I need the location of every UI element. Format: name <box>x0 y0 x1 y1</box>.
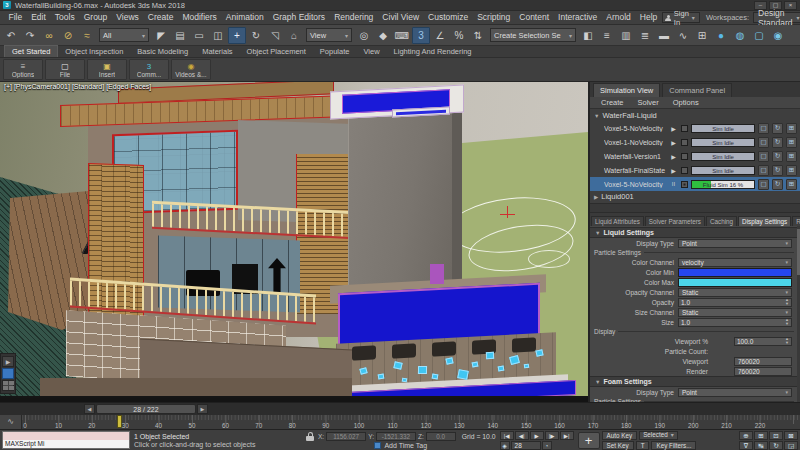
sim-row-waterfall-finalstate[interactable]: Waterfall-FinalState▶Sim Idle▢↻⊞ <box>590 163 800 177</box>
spinner-arrows-icon[interactable]: ▲▼ <box>785 298 789 306</box>
undo-icon[interactable]: ↶ <box>2 27 20 44</box>
panel-menu-solver[interactable]: Solver <box>632 98 665 107</box>
layout-flyout-arrow[interactable]: ▶ <box>2 356 14 367</box>
select-and-rotate-icon[interactable]: ↻ <box>247 27 265 44</box>
panel-tab-command-panel[interactable]: Command Panel <box>662 83 732 97</box>
frame-forward-button[interactable]: ▶ <box>197 404 208 414</box>
maxscript-listener-pane[interactable]: MAXScript Mi <box>3 440 129 448</box>
selection-lock-icon[interactable] <box>306 432 314 441</box>
orbit-icon[interactable]: ↻ <box>769 441 783 450</box>
color-channel-dropdown[interactable]: velocity▾ <box>678 258 792 267</box>
layout-single-button[interactable] <box>2 368 14 379</box>
opacity-channel-dropdown[interactable]: Static▾ <box>678 288 792 297</box>
ribbon-button-videos[interactable]: ◉Videos &... <box>171 59 211 80</box>
spinner-arrows-icon[interactable]: ▲▼ <box>785 318 789 326</box>
align-icon[interactable]: ≡ <box>598 27 616 44</box>
sign-in-button[interactable]: Sign In ▾ <box>662 12 700 23</box>
menu-item-views[interactable]: Views <box>112 11 144 24</box>
refresh-icon[interactable]: ↻ <box>772 165 783 176</box>
display-type-dropdown[interactable]: Point▾ <box>678 239 792 248</box>
go-to-end-button[interactable]: ▶| <box>560 431 574 440</box>
panel-splitter[interactable] <box>590 203 800 213</box>
select-object-icon[interactable]: ◤ <box>152 27 170 44</box>
maxscript-macro-pane[interactable] <box>3 432 129 440</box>
auto-key-button[interactable]: Auto Key <box>602 431 638 440</box>
perspective-viewport[interactable]: [+] [PhysCamera001] [Standard] [Edged Fa… <box>0 82 588 402</box>
expand-arrow-icon[interactable]: ▼ <box>595 379 600 385</box>
settings-tab-solver-parameters[interactable]: Solver Parameters <box>645 216 705 226</box>
maximize-viewport-icon[interactable]: ◲ <box>784 441 798 450</box>
menu-item-edit[interactable]: Edit <box>27 11 51 24</box>
ribbon-button-insert[interactable]: ▣Insert <box>87 59 127 80</box>
spinner-arrows-icon[interactable]: ▲▼ <box>785 337 789 345</box>
ribbon-tab-materials[interactable]: Materials <box>195 46 239 57</box>
pan-hand-icon[interactable]: ↹ <box>754 441 768 450</box>
zoom-extents-all-icon[interactable]: ⊠ <box>784 431 798 440</box>
schematic-view-icon[interactable]: ⊞ <box>693 27 711 44</box>
frame-back-button[interactable]: ◀ <box>84 404 95 414</box>
ribbon-tab-object-inspection[interactable]: Object Inspection <box>58 46 130 57</box>
menu-item-modifiers[interactable]: Modifiers <box>178 11 221 24</box>
expand-grid-icon[interactable]: ⊞ <box>786 151 797 162</box>
current-frame-field[interactable]: 28 <box>511 441 541 450</box>
color-max-color-swatch[interactable] <box>678 278 792 287</box>
zoom-icon[interactable]: ⊕ <box>739 431 753 440</box>
angle-snap-icon[interactable]: ∠ <box>431 27 449 44</box>
ribbon-tab-get-started[interactable]: Get Started <box>4 45 58 57</box>
previous-frame-button[interactable]: ◀| <box>515 431 529 440</box>
settings-tab-display-settings[interactable]: Display Settings <box>738 216 791 226</box>
select-and-move-icon[interactable]: + <box>228 27 246 44</box>
z-coordinate-field[interactable]: 0.0 <box>426 432 456 441</box>
mini-curve-editor-button[interactable]: ∿ <box>0 415 22 429</box>
time-configuration-icon[interactable]: ◔ <box>542 441 552 450</box>
panel-tab-simulation-view[interactable]: Simulation View <box>593 83 660 97</box>
panel-menu-create[interactable]: Create <box>595 98 630 107</box>
expand-arrow-icon[interactable]: ▼ <box>594 113 599 119</box>
section-header-foam-settings[interactable]: ▼Foam Settings <box>590 376 800 387</box>
spinner-snap-icon[interactable]: ⇅ <box>469 27 487 44</box>
sim-checkbox[interactable] <box>681 125 688 132</box>
ribbon-tab-object-placement[interactable]: Object Placement <box>240 46 313 57</box>
key-selection-dropdown[interactable]: Selected▾ <box>639 431 678 440</box>
workspace-dropdown[interactable]: Design Standard ▾ <box>753 12 800 23</box>
size-spinner[interactable]: 1.0▲▼ <box>678 318 792 327</box>
curve-editor-icon[interactable]: ∿ <box>674 27 692 44</box>
mirror-icon[interactable]: ◧ <box>579 27 597 44</box>
expand-grid-icon[interactable]: ⊞ <box>786 123 797 134</box>
viewport-spinner[interactable]: 100.0▲▼ <box>734 337 792 346</box>
menu-item-customize[interactable]: Customize <box>424 11 473 24</box>
go-to-start-button[interactable]: |◀ <box>500 431 514 440</box>
create-key-plus-button[interactable]: + <box>578 432 600 449</box>
expand-arrow-icon[interactable]: ▼ <box>595 230 600 236</box>
maxscript-mini-listener[interactable]: MAXScript Mi <box>2 431 130 449</box>
layer-explorer-icon[interactable]: ≣ <box>636 27 654 44</box>
sim-checkbox[interactable] <box>681 167 688 174</box>
percent-snap-icon[interactable]: % <box>450 27 468 44</box>
ribbon-tab-populate[interactable]: Populate <box>313 46 357 57</box>
viewport-label[interactable]: [+] [PhysCamera001] [Standard] [Edged Fa… <box>4 83 151 90</box>
y-coordinate-field[interactable]: -1521.332 <box>376 432 416 441</box>
unlink-selection-icon[interactable]: ⊘ <box>59 27 77 44</box>
ribbon-toggle-icon[interactable]: ▬ <box>655 27 673 44</box>
field-of-view-icon[interactable]: ∇ <box>739 441 753 450</box>
settings-tab-caching[interactable]: Caching <box>706 216 737 226</box>
named-selection-set-field[interactable]: Create Selection Se▾ <box>490 28 576 42</box>
sim-row-voxel-1-novelocity[interactable]: Voxel-1-NoVelocity▶Sim Idle▢↻⊞ <box>590 135 800 149</box>
panel-menu-options[interactable]: Options <box>667 98 705 107</box>
section-header-liquid-settings[interactable]: ▼Liquid Settings <box>590 227 800 238</box>
tree-root-waterfall-liquid[interactable]: ▼ WaterFall-Liquid <box>590 110 800 121</box>
next-frame-button[interactable]: |▶ <box>545 431 559 440</box>
export-icon[interactable]: ▢ <box>758 151 769 162</box>
menu-item-animation[interactable]: Animation <box>221 11 268 24</box>
key-tangent-button[interactable]: T <box>636 441 650 450</box>
render-production-icon[interactable]: ◉ <box>769 27 787 44</box>
add-time-tag[interactable]: Add Time Tag <box>306 442 496 449</box>
settings-tab-render-settings[interactable]: Render Settings <box>792 216 800 226</box>
sim-checkbox[interactable] <box>681 153 688 160</box>
menu-item-graph-editors[interactable]: Graph Editors <box>268 11 329 24</box>
menu-item-group[interactable]: Group <box>79 11 112 24</box>
select-and-place-icon[interactable]: ⌂ <box>285 27 303 44</box>
menu-item-scripting[interactable]: Scripting <box>473 11 515 24</box>
ribbon-tab-basic-modeling[interactable]: Basic Modeling <box>130 46 195 57</box>
reference-coordsys-dropdown[interactable]: View▾ <box>306 28 352 42</box>
